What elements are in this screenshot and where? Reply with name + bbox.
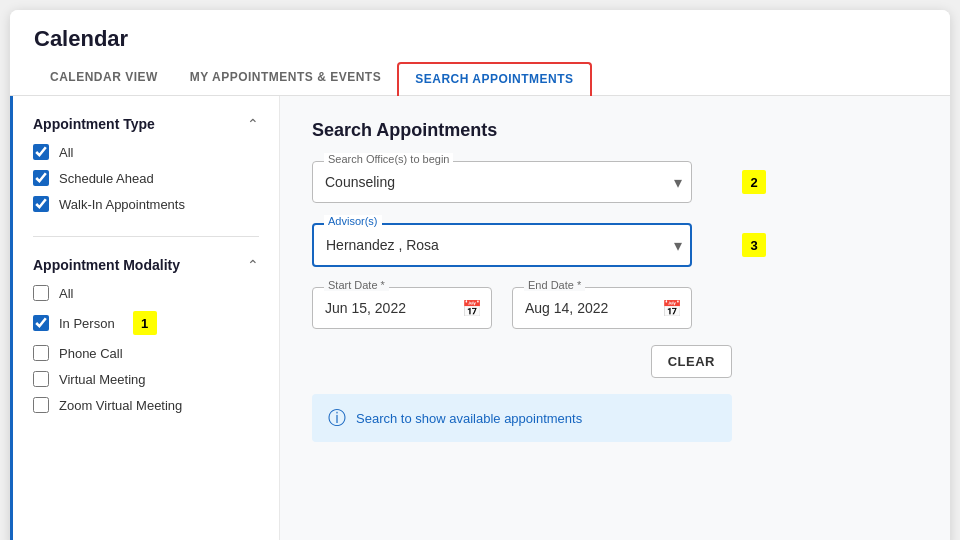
- checkbox-walk-in-label: Walk-In Appointments: [59, 197, 185, 212]
- checkbox-phone-call-input[interactable]: [33, 345, 49, 361]
- office-label: Search Office(s) to begin: [324, 153, 453, 165]
- checkbox-phone-call[interactable]: Phone Call: [33, 345, 259, 361]
- checkbox-schedule-ahead-label: Schedule Ahead: [59, 171, 154, 186]
- advisor-select[interactable]: Hernandez , Rosa: [312, 223, 692, 267]
- advisor-select-wrapper: Hernandez , Rosa ▾: [312, 223, 692, 267]
- checkbox-all-type[interactable]: All: [33, 144, 259, 160]
- start-date-calendar-icon[interactable]: 📅: [462, 299, 482, 318]
- start-date-label: Start Date *: [324, 279, 389, 291]
- checkbox-walk-in-input[interactable]: [33, 196, 49, 212]
- chevron-up-icon: ⌃: [247, 116, 259, 132]
- checkbox-all-modality[interactable]: All: [33, 285, 259, 301]
- checkbox-zoom-virtual[interactable]: Zoom Virtual Meeting: [33, 397, 259, 413]
- header: Calendar CALENDAR VIEW MY APPOINTMENTS &…: [10, 10, 950, 96]
- info-banner: ⓘ Search to show available appointments: [312, 394, 732, 442]
- office-form-group: Search Office(s) to begin Counseling ▾ 2: [312, 161, 732, 203]
- info-icon: ⓘ: [328, 406, 346, 430]
- advisor-form-group: Advisor(s) Hernandez , Rosa ▾ 3: [312, 223, 732, 267]
- sidebar-divider: [33, 236, 259, 237]
- checkbox-in-person-label: In Person: [59, 316, 115, 331]
- start-date-group: Start Date * 📅: [312, 287, 492, 329]
- office-select[interactable]: Counseling: [312, 161, 692, 203]
- sidebar: Appointment Type ⌃ All Schedule Ahead Wa…: [10, 96, 280, 540]
- end-date-calendar-icon[interactable]: 📅: [662, 299, 682, 318]
- checkbox-schedule-ahead[interactable]: Schedule Ahead: [33, 170, 259, 186]
- appointment-type-header: Appointment Type ⌃: [33, 116, 259, 132]
- end-date-group: End Date * 📅: [512, 287, 692, 329]
- clear-button[interactable]: CLEAR: [651, 345, 732, 378]
- checkbox-virtual-meeting[interactable]: Virtual Meeting: [33, 371, 259, 387]
- appointment-type-title: Appointment Type: [33, 116, 155, 132]
- checkbox-phone-call-label: Phone Call: [59, 346, 123, 361]
- appointment-modality-title: Appointment Modality: [33, 257, 180, 273]
- end-date-label: End Date *: [524, 279, 585, 291]
- checkbox-virtual-meeting-label: Virtual Meeting: [59, 372, 145, 387]
- office-select-wrapper: Counseling ▾: [312, 161, 692, 203]
- tab-search-appointments[interactable]: SEARCH APPOINTMENTS: [397, 62, 591, 96]
- appointment-modality-header: Appointment Modality ⌃: [33, 257, 259, 273]
- app-container: Calendar CALENDAR VIEW MY APPOINTMENTS &…: [10, 10, 950, 540]
- appointment-modality-section: Appointment Modality ⌃ All In Person 1 P…: [33, 257, 259, 413]
- chevron-up-icon-modality: ⌃: [247, 257, 259, 273]
- badge-office: 2: [742, 170, 766, 194]
- body: Appointment Type ⌃ All Schedule Ahead Wa…: [10, 96, 950, 540]
- info-text: Search to show available appointments: [356, 411, 582, 426]
- tab-calendar-view[interactable]: CALENDAR VIEW: [34, 62, 174, 95]
- dates-row: Start Date * 📅 End Date * 📅: [312, 287, 918, 329]
- checkbox-all-modality-label: All: [59, 286, 73, 301]
- checkbox-all-modality-input[interactable]: [33, 285, 49, 301]
- checkbox-in-person[interactable]: In Person 1: [33, 311, 259, 335]
- badge-in-person: 1: [133, 311, 157, 335]
- badge-advisor: 3: [742, 233, 766, 257]
- search-title: Search Appointments: [312, 120, 918, 141]
- checkbox-schedule-ahead-input[interactable]: [33, 170, 49, 186]
- checkbox-walk-in[interactable]: Walk-In Appointments: [33, 196, 259, 212]
- main-content: Search Appointments Search Office(s) to …: [280, 96, 950, 540]
- checkbox-zoom-virtual-label: Zoom Virtual Meeting: [59, 398, 182, 413]
- advisor-label: Advisor(s): [324, 215, 382, 227]
- checkbox-all-type-input[interactable]: [33, 144, 49, 160]
- app-title: Calendar: [34, 26, 926, 52]
- clear-button-row: CLEAR: [312, 345, 732, 378]
- appointment-type-section: Appointment Type ⌃ All Schedule Ahead Wa…: [33, 116, 259, 212]
- tab-bar: CALENDAR VIEW MY APPOINTMENTS & EVENTS S…: [34, 62, 926, 95]
- checkbox-all-type-label: All: [59, 145, 73, 160]
- tab-my-appointments[interactable]: MY APPOINTMENTS & EVENTS: [174, 62, 397, 95]
- checkbox-in-person-input[interactable]: [33, 315, 49, 331]
- checkbox-virtual-meeting-input[interactable]: [33, 371, 49, 387]
- checkbox-zoom-virtual-input[interactable]: [33, 397, 49, 413]
